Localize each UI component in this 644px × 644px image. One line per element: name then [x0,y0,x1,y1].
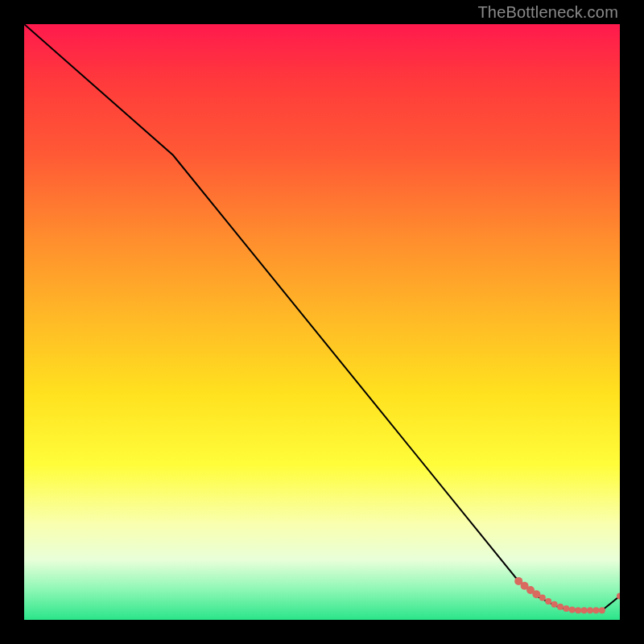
highlight-dot [569,606,576,613]
plot-area [24,24,620,620]
highlight-dot [587,607,593,613]
highlight-dot [563,605,569,612]
line-overlay [24,24,620,620]
highlight-dot [599,607,605,613]
highlight-dot [575,607,581,613]
highlight-dot [532,590,540,598]
highlight-dot [581,607,588,613]
highlight-dot [545,598,551,605]
highlight-dot [551,601,558,608]
highlight-dot [592,607,599,613]
chart-container: TheBottleneck.com [0,0,644,644]
highlight-dot [539,595,546,601]
highlight-dot [557,604,564,610]
bottleneck-curve [24,24,620,610]
watermark-text: TheBottleneck.com [477,3,618,22]
